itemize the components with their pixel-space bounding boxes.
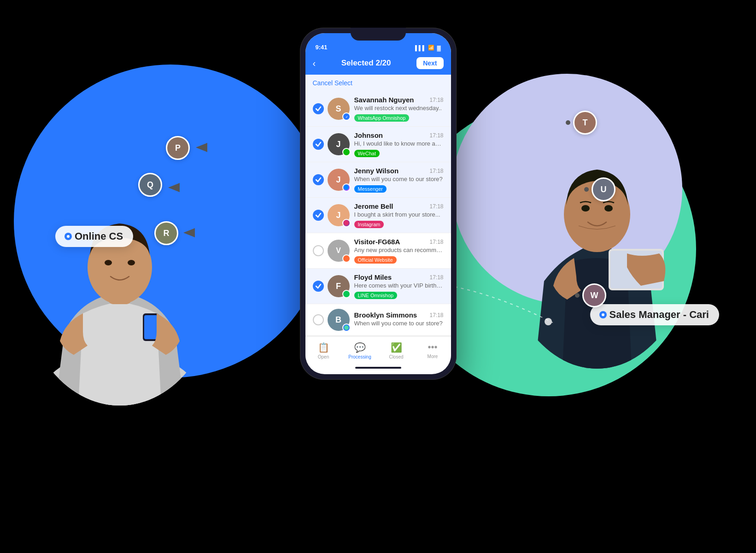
nav-processing[interactable]: 💬 Processing: [342, 340, 378, 361]
sales-indicator: [600, 312, 606, 318]
checkbox-floyd[interactable]: [313, 281, 324, 292]
chat-content-visitor: Visitor-FG68A 17:18 Any new products can…: [354, 238, 444, 264]
float-avatar-right-1: T: [566, 111, 597, 135]
chat-time-floyd: 17:18: [429, 274, 443, 281]
nav-open[interactable]: 📋 Open: [305, 340, 342, 361]
online-cs-indicator: [65, 234, 71, 239]
nav-closed-label: Closed: [389, 354, 403, 359]
svg-rect-6: [144, 315, 158, 339]
platform-badge-instagram: [342, 219, 351, 227]
chat-tag-visitor: Official Website: [354, 256, 397, 264]
contact-name-brooklyn: Brooklyn Simmons: [354, 311, 417, 319]
contact-name-floyd: Floyd Miles: [354, 273, 392, 281]
phone-mockup: 9:41 ▌▌▌ 📶 ▓ ‹ Selected 2/20 Next Cancel…: [300, 28, 457, 380]
phone-screen: 9:41 ▌▌▌ 📶 ▓ ‹ Selected 2/20 Next Cancel…: [305, 33, 451, 374]
chat-time-johnson: 17:18: [429, 132, 443, 139]
sales-manager-label: Sales Manager - Cari: [590, 304, 719, 325]
chat-msg-brooklyn: When will you come to our store?: [354, 320, 444, 327]
checkbox-brooklyn[interactable]: [313, 314, 324, 325]
checkbox-jenny[interactable]: [313, 174, 324, 185]
chat-tag-jerome: Instagram: [354, 221, 384, 228]
chat-msg-visitor: Any new products can recommend?: [354, 247, 444, 253]
chat-item-johnson[interactable]: J Johnson 17:18 Hi, I would like to know…: [305, 127, 451, 162]
sales-manager-text: Sales Manager - Cari: [609, 309, 709, 321]
status-time: 9:41: [316, 44, 328, 51]
chat-content-savannah: Savannah Nguyen 17:18 We will restock ne…: [354, 96, 444, 122]
chat-list: S ✓ Savannah Nguyen 17:18 We will restoc…: [305, 91, 451, 336]
avatar-johnson: J: [328, 133, 350, 155]
chat-item-jenny[interactable]: J Jenny Wilson 17:18 When will you come …: [305, 162, 451, 198]
checkbox-savannah[interactable]: [313, 103, 324, 114]
phone-header: ‹ Selected 2/20 Next: [305, 53, 451, 75]
chat-time-jenny: 17:18: [429, 168, 443, 174]
chat-content-brooklyn: Brooklyn Simmons 17:18 When will you com…: [354, 311, 444, 329]
platform-badge-website: [342, 254, 351, 263]
person-left-svg: [18, 138, 221, 406]
cancel-select[interactable]: Cancel Select: [305, 75, 451, 91]
signal-icon: ▌▌▌: [415, 45, 426, 51]
contact-name-jerome: Jerome Bell: [354, 202, 393, 210]
closed-icon: ✅: [391, 342, 402, 353]
chat-content-johnson: Johnson 17:18 Hi, I would like to know m…: [354, 131, 444, 157]
chat-tag-floyd: LINE Omnishop: [354, 292, 398, 299]
header-title: Selected 2/20: [341, 59, 391, 68]
svg-point-20: [344, 292, 349, 296]
float-avatar-right-3: W: [575, 283, 606, 307]
svg-point-9: [581, 205, 590, 212]
chat-tag-johnson: WeChat: [354, 150, 380, 157]
chat-item-brooklyn[interactable]: B Brooklyn Simmons 17:18 When will you c…: [305, 304, 451, 336]
avatar-jerome: J: [328, 204, 350, 226]
svg-point-4: [128, 260, 135, 265]
contact-name-johnson: Johnson: [354, 131, 383, 139]
svg-point-13: [545, 318, 552, 325]
next-button[interactable]: Next: [416, 57, 443, 69]
checkbox-johnson[interactable]: [313, 139, 324, 150]
avatar-visitor: V: [328, 240, 350, 262]
chat-item-savannah[interactable]: S ✓ Savannah Nguyen 17:18 We will restoc…: [305, 91, 451, 127]
chat-time-brooklyn: 17:18: [429, 312, 443, 318]
back-button[interactable]: ‹: [313, 58, 316, 69]
chat-msg-savannah: We will restock next wednesday..: [354, 105, 444, 112]
checkbox-visitor[interactable]: [313, 245, 324, 256]
nav-processing-label: Processing: [348, 354, 371, 359]
chat-content-jerome: Jerome Bell 17:18 I bought a skirt from …: [354, 202, 444, 228]
avatar-floyd: F: [328, 275, 350, 297]
chat-time-jerome: 17:18: [429, 203, 443, 210]
battery-icon: ▓: [437, 45, 440, 51]
chat-item-floyd[interactable]: F Floyd Miles 17:18 Here comes with your…: [305, 269, 451, 304]
platform-badge-omnishop: [342, 324, 351, 332]
checkbox-jerome[interactable]: [313, 210, 324, 221]
wifi-icon: 📶: [428, 45, 434, 51]
online-cs-text: Online CS: [75, 230, 123, 242]
chat-content-jenny: Jenny Wilson 17:18 When will you come to…: [354, 167, 444, 193]
chat-content-floyd: Floyd Miles 17:18 Here comes with your V…: [354, 273, 444, 299]
chat-msg-johnson: Hi, I would like to know more about...: [354, 140, 444, 147]
float-avatar-3: R: [154, 221, 178, 245]
svg-text:✓: ✓: [345, 116, 347, 118]
home-indicator: [355, 367, 401, 369]
chat-msg-jerome: I bought a skirt from your store...: [354, 211, 444, 218]
avatar-savannah: S ✓: [328, 98, 350, 120]
contact-name-visitor: Visitor-FG68A: [354, 238, 400, 246]
nav-more[interactable]: ••• More: [415, 340, 451, 361]
chat-time-savannah: 17:18: [429, 97, 443, 103]
chat-tag-savannah: WhatsApp Omnishop: [354, 114, 410, 122]
avatar-brooklyn: B: [328, 309, 350, 331]
home-indicator-area: [305, 363, 451, 372]
chat-time-visitor: 17:18: [429, 239, 443, 245]
float-avatar-2: Q: [138, 173, 162, 197]
svg-point-18: [344, 221, 349, 225]
processing-icon: 💬: [354, 342, 366, 353]
svg-point-16: [344, 150, 349, 154]
person-left: [18, 138, 221, 406]
svg-point-21: [344, 325, 349, 330]
platform-badge-whatsapp: ✓: [342, 112, 351, 121]
chat-item-visitor[interactable]: V Visitor-FG68A 17:18 Any new products c…: [305, 233, 451, 269]
chat-item-jerome[interactable]: J Jerome Bell 17:18 I bought a skirt fro…: [305, 198, 451, 233]
phone-notch: [351, 28, 406, 41]
svg-point-17: [344, 185, 349, 190]
nav-closed[interactable]: ✅ Closed: [378, 340, 415, 361]
chat-msg-jenny: When will you come to our store?: [354, 176, 444, 182]
contact-name-jenny: Jenny Wilson: [354, 167, 399, 175]
float-avatar-1: P: [166, 136, 190, 160]
